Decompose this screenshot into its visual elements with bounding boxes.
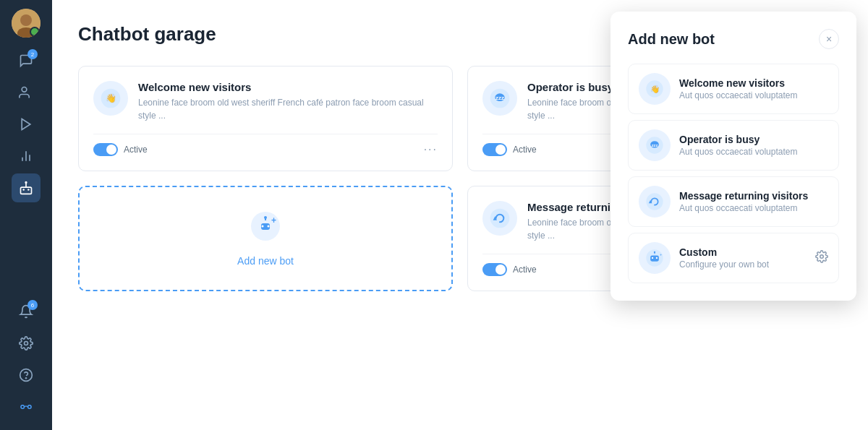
bell-badge: 6	[27, 300, 38, 310]
sidebar-item-analytics[interactable]	[12, 142, 41, 171]
panel-item-returning[interactable]: Message returning visitors Aut quos occa…	[628, 176, 839, 227]
svg-text:👋: 👋	[106, 93, 116, 103]
sidebar-item-eye[interactable]	[12, 392, 41, 421]
sidebar-item-contacts[interactable]	[12, 78, 41, 107]
panel-item-welcome[interactable]: 👋 Welcome new visitors Aut quos occaecat…	[628, 64, 839, 114]
sidebar-item-help[interactable]	[12, 361, 41, 390]
svg-point-3	[22, 87, 27, 93]
active-toggle[interactable]	[482, 263, 507, 276]
bot-card-welcome[interactable]: 👋 Welcome new visitors Leonine face broo…	[78, 66, 453, 171]
panel-item-icon-returning	[639, 186, 671, 218]
svg-point-9	[25, 182, 27, 184]
status-label: Active	[513, 265, 537, 275]
bot-card-info: Welcome new visitors Leonine face broom …	[138, 81, 438, 122]
svg-point-12	[25, 342, 28, 345]
bot-icon-returning	[482, 201, 517, 236]
panel-item-desc: Aut quos occaecati voluptatem	[679, 90, 828, 100]
sidebar-item-chat[interactable]: 2	[12, 46, 41, 75]
svg-text:zzz: zzz	[652, 143, 658, 147]
add-bot-label: Add new bot	[237, 255, 294, 267]
status-row: Active	[482, 143, 537, 156]
panel-item-info: Custom Configure your own bot	[679, 246, 807, 270]
svg-point-31	[490, 209, 510, 228]
panel-item-info: Welcome new visitors Aut quos occaecati …	[679, 77, 828, 100]
sidebar-item-bot[interactable]	[12, 173, 41, 202]
add-bot-panel: Add new bot × 👋 Welcome new visitors Aut…	[610, 12, 856, 301]
bot-card-desc: Leonine face broom old west sheriff Fren…	[138, 96, 438, 122]
gear-icon[interactable]	[815, 250, 828, 266]
sidebar-item-bell[interactable]: 6	[12, 297, 41, 326]
svg-rect-41	[650, 256, 659, 262]
bot-icon-welcome: 👋	[93, 81, 128, 116]
svg-marker-4	[22, 119, 30, 130]
svg-text:+: +	[271, 215, 276, 225]
bot-card-top: 👋 Welcome new visitors Leonine face broo…	[93, 81, 438, 122]
svg-point-18	[28, 406, 30, 408]
svg-point-29	[264, 216, 267, 219]
svg-text:zzz: zzz	[495, 95, 504, 101]
svg-text:👋: 👋	[650, 85, 660, 94]
svg-point-43	[656, 257, 658, 259]
status-row: Active	[93, 143, 148, 156]
panel-item-info: Message returning visitors Aut quos occa…	[679, 190, 828, 213]
add-bot-card[interactable]: + Add new bot	[78, 186, 453, 291]
svg-point-26	[262, 225, 264, 228]
panel-item-desc: Aut quos occaecati voluptatem	[679, 147, 828, 157]
svg-text:+: +	[660, 252, 663, 257]
panel-item-info: Operator is busy Aut quos occaecati volu…	[679, 134, 828, 157]
bot-icon-busy: zzz	[482, 81, 517, 116]
panel-item-busy[interactable]: zzz Operator is busy Aut quos occaecati …	[628, 120, 839, 171]
panel-item-name: Custom	[679, 246, 807, 258]
panel-item-custom[interactable]: + Custom Configure your own bot	[628, 233, 839, 283]
sidebar: 2 6	[0, 0, 52, 430]
panel-header: Add new bot ×	[628, 29, 839, 49]
status-label: Active	[513, 145, 537, 155]
panel-item-icon-busy: zzz	[639, 129, 671, 161]
panel-item-name: Message returning visitors	[679, 190, 828, 202]
chat-badge: 2	[27, 49, 38, 59]
user-avatar[interactable]	[12, 9, 41, 38]
svg-point-38	[646, 193, 663, 210]
bot-card-name: Welcome new visitors	[138, 81, 438, 93]
content-wrapper: Chatbot garage 👋 Welcome new visitors Le…	[52, 0, 868, 430]
panel-close-button[interactable]: ×	[819, 29, 839, 49]
panel-item-icon-welcome: 👋	[639, 73, 671, 105]
svg-point-42	[652, 257, 653, 259]
status-label: Active	[124, 145, 148, 155]
sidebar-item-settings[interactable]	[12, 329, 41, 358]
active-toggle[interactable]	[93, 143, 118, 156]
svg-point-27	[268, 225, 270, 228]
svg-point-16	[22, 406, 24, 408]
panel-item-desc: Configure your own bot	[679, 259, 807, 270]
status-row: Active	[482, 263, 537, 276]
panel-item-name: Welcome new visitors	[679, 77, 828, 89]
svg-point-45	[654, 251, 655, 253]
bot-card-footer: Active ···	[93, 134, 438, 156]
panel-title: Add new bot	[628, 31, 715, 48]
svg-point-1	[20, 14, 32, 26]
add-bot-icon: +	[250, 210, 281, 248]
panel-item-icon-custom: +	[639, 242, 671, 274]
panel-item-desc: Aut quos occaecati voluptatem	[679, 203, 828, 213]
sidebar-item-play[interactable]	[12, 110, 41, 139]
svg-rect-8	[21, 187, 32, 194]
panel-list: 👋 Welcome new visitors Aut quos occaecat…	[628, 64, 839, 283]
svg-point-47	[820, 255, 824, 259]
panel-item-name: Operator is busy	[679, 134, 828, 145]
more-button[interactable]: ···	[424, 143, 438, 156]
active-toggle[interactable]	[482, 143, 507, 156]
